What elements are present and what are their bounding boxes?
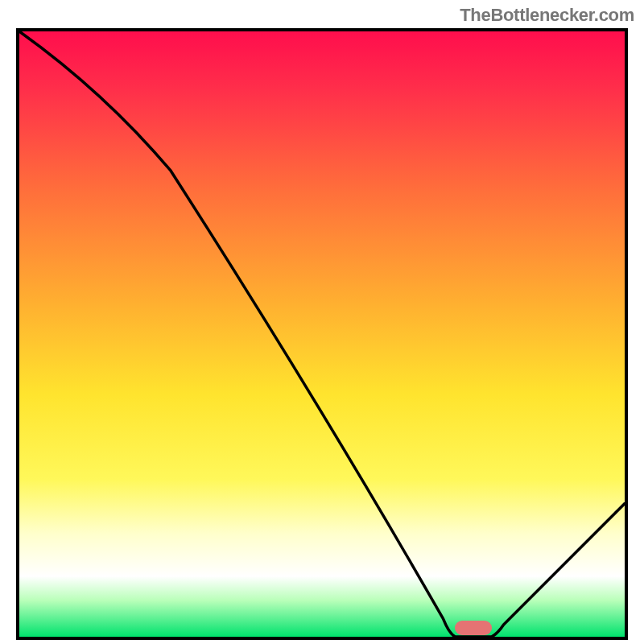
curve-path [19,31,625,637]
attribution-label: TheBottlenecker.com [460,5,634,26]
plot-area [19,31,625,637]
chart-frame: TheBottlenecker.com [0,0,644,644]
line-chart-svg [19,31,625,637]
optimum-marker [455,621,491,635]
plot-border [16,28,628,640]
